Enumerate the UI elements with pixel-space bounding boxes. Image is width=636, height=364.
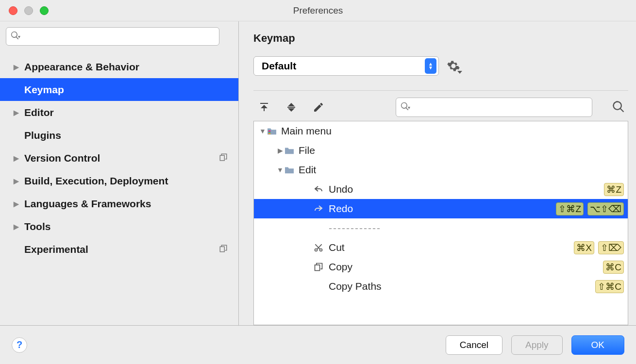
sidebar-item-experimental[interactable]: Experimental xyxy=(0,238,238,261)
tree-node-edit[interactable]: ▼ Edit xyxy=(254,160,628,180)
sidebar-item-plugins[interactable]: Plugins xyxy=(0,124,238,147)
expand-arrow-icon: ▶ xyxy=(13,154,19,162)
shortcut-badge: ⌥⇧⌫ xyxy=(587,202,624,215)
action-label: Cut xyxy=(329,242,345,253)
apply-button[interactable]: Apply xyxy=(511,335,563,355)
svg-point-7 xyxy=(320,249,322,251)
sidebar-item-build[interactable]: ▶ Build, Execution, Deployment xyxy=(0,169,238,192)
tree-action-copy[interactable]: Copy ⌘C xyxy=(254,257,628,277)
tree-node-main-menu[interactable]: ▼ Main menu xyxy=(254,121,628,141)
folder-icon xyxy=(284,165,295,174)
separator-label: ------------ xyxy=(329,222,381,234)
sidebar-search-input[interactable] xyxy=(23,32,215,42)
sidebar-item-tools[interactable]: ▶ Tools xyxy=(0,215,238,238)
tree-separator: ------------ xyxy=(254,218,628,238)
shortcut-badge: ⇧⌘C xyxy=(595,280,624,293)
redo-icon xyxy=(311,204,326,214)
expand-arrow-icon: ▼ xyxy=(259,127,267,135)
project-settings-icon xyxy=(219,152,228,164)
tree-action-copy-paths[interactable]: Copy Paths ⇧⌘C xyxy=(254,277,628,296)
tree-label: Edit xyxy=(299,164,316,176)
expand-arrow-icon: ▶ xyxy=(13,223,19,231)
divider xyxy=(253,90,628,91)
find-by-shortcut-button[interactable] xyxy=(612,100,626,115)
tree-action-undo[interactable]: Undo ⌘Z xyxy=(254,180,628,199)
tree-action-redo[interactable]: Redo ⇧⌘Z ⌥⇧⌫ xyxy=(254,199,628,218)
action-search-input[interactable] xyxy=(413,102,588,113)
settings-content: Keymap Default ▲▼ xyxy=(239,21,636,325)
page-title: Keymap xyxy=(253,32,636,45)
sidebar-item-appearance[interactable]: ▶ Appearance & Behavior xyxy=(0,55,238,78)
svg-rect-8 xyxy=(315,265,320,271)
folder-icon xyxy=(284,146,295,155)
settings-sidebar: ▾ ▶ Appearance & Behavior Keymap ▶ Edito… xyxy=(0,21,239,325)
expand-arrow-icon: ▶ xyxy=(276,147,284,154)
project-settings-icon xyxy=(219,244,228,255)
shortcut-badge: ⌘X xyxy=(574,241,594,254)
select-knob-icon: ▲▼ xyxy=(425,58,436,74)
edit-shortcut-button[interactable] xyxy=(312,100,325,114)
sidebar-item-keymap[interactable]: Keymap xyxy=(0,78,238,101)
svg-rect-1 xyxy=(220,247,224,252)
svg-rect-5 xyxy=(268,133,271,134)
expand-arrow-icon: ▶ xyxy=(13,177,19,185)
sidebar-item-version-control[interactable]: ▶ Version Control xyxy=(0,147,238,169)
ok-button[interactable]: OK xyxy=(571,335,624,355)
svg-rect-0 xyxy=(220,155,224,161)
action-search[interactable]: ▾ xyxy=(396,98,592,117)
shortcut-badge: ⇧⌘Z xyxy=(556,202,584,215)
keymap-settings-button[interactable] xyxy=(447,59,460,73)
expand-arrow-icon: ▶ xyxy=(13,63,19,71)
tree-node-file[interactable]: ▶ File xyxy=(254,141,628,160)
zoom-window-button[interactable] xyxy=(40,6,49,15)
window-title: Preferences xyxy=(293,5,343,16)
action-label: Copy Paths xyxy=(329,281,382,292)
svg-rect-4 xyxy=(268,132,271,133)
action-tree[interactable]: ▼ Main menu ▶ File ▼ xyxy=(253,121,628,325)
sidebar-item-editor[interactable]: ▶ Editor xyxy=(0,101,238,124)
expand-all-button[interactable] xyxy=(257,100,271,114)
expand-arrow-icon: ▶ xyxy=(13,200,19,208)
shortcut-badge: ⌘C xyxy=(603,261,624,274)
svg-rect-3 xyxy=(268,131,271,132)
action-label: Copy xyxy=(329,261,352,273)
copy-icon xyxy=(311,262,326,272)
keymap-scheme-value: Default xyxy=(262,60,296,72)
titlebar: Preferences xyxy=(0,0,636,21)
sidebar-search[interactable]: ▾ xyxy=(6,27,219,46)
svg-point-6 xyxy=(315,249,318,251)
undo-icon xyxy=(311,184,326,194)
help-button[interactable]: ? xyxy=(12,337,27,353)
expand-arrow-icon: ▼ xyxy=(276,166,284,174)
tree-label: Main menu xyxy=(281,125,332,137)
close-window-button[interactable] xyxy=(9,6,17,15)
keymap-toolbar: ▾ xyxy=(253,98,636,117)
tree-label: File xyxy=(299,145,315,156)
dialog-button-bar: ? Cancel Apply OK xyxy=(0,325,636,364)
collapse-all-button[interactable] xyxy=(285,100,298,114)
chevron-down-icon: ▾ xyxy=(408,105,410,110)
action-label: Undo xyxy=(329,183,353,195)
action-label: Redo xyxy=(329,203,353,215)
main-menu-icon xyxy=(267,127,277,135)
tree-action-cut[interactable]: Cut ⌘X ⇧⌦ xyxy=(254,238,628,257)
keymap-scheme-select[interactable]: Default ▲▼ xyxy=(253,56,439,76)
shortcut-badge: ⌘Z xyxy=(604,183,624,196)
shortcut-badge: ⇧⌦ xyxy=(598,241,624,254)
sidebar-item-languages[interactable]: ▶ Languages & Frameworks xyxy=(0,192,238,215)
cancel-button[interactable]: Cancel xyxy=(446,335,502,355)
cut-icon xyxy=(311,243,326,252)
minimize-window-button[interactable] xyxy=(24,6,33,15)
settings-categories: ▶ Appearance & Behavior Keymap ▶ Editor … xyxy=(0,51,238,325)
chevron-down-icon: ▾ xyxy=(18,34,20,39)
window-controls xyxy=(9,6,49,15)
expand-arrow-icon: ▶ xyxy=(13,109,19,116)
